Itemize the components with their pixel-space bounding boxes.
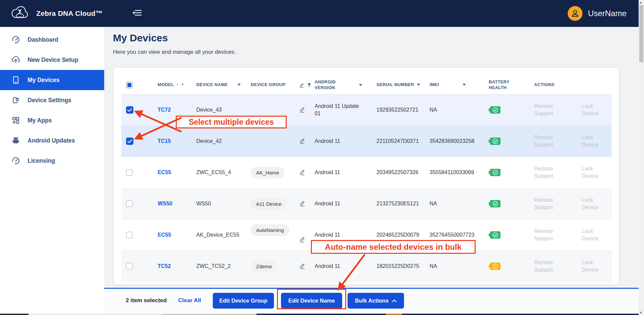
sidebar-item-label: Dashboard — [28, 36, 58, 43]
android-icon — [11, 136, 20, 145]
device-group-pill: A11 Device — [251, 198, 287, 210]
sidebar-item-device-settings[interactable]: Device Settings — [0, 90, 104, 110]
device-name: ZWC_EC55_4 — [184, 157, 249, 188]
sidebar-item-my-apps[interactable]: My Apps — [0, 110, 104, 130]
clear-all-link[interactable]: Clear All — [178, 297, 201, 304]
column-serial-number[interactable]: SERIAL NUMBER — [376, 82, 417, 88]
remote-support-action[interactable]: Remote Support — [534, 165, 563, 180]
remote-support-action[interactable]: Remote Support — [534, 196, 563, 211]
user-avatar[interactable] — [568, 6, 582, 21]
remote-support-action[interactable]: Remote Support — [534, 228, 563, 243]
column-device-group[interactable]: DEVICE GROUP — [251, 82, 285, 88]
remote-support-action[interactable]: Remote Support — [534, 103, 563, 118]
sidebar-item-label: My Apps — [28, 117, 52, 124]
row-checkbox[interactable] — [126, 169, 133, 176]
column-model[interactable]: MODEL — [158, 82, 174, 88]
edit-pencil-icon[interactable] — [299, 137, 306, 144]
edit-pencil-icon[interactable] — [299, 106, 306, 113]
username-label[interactable]: UserName — [588, 9, 627, 18]
lock-device-action[interactable]: Lock Device — [582, 259, 602, 274]
column-android-version[interactable]: ANDROID VERSION — [315, 79, 356, 91]
sidebar-item-label: Licensing — [28, 157, 55, 164]
table-row[interactable]: TC52ZWC_TC52_2ZdemoAndroid 11182015225D0… — [121, 251, 612, 282]
lock-device-action[interactable]: Lock Device — [582, 196, 602, 211]
select-all-checkbox[interactable] — [126, 82, 133, 88]
model-link[interactable]: EC55 — [158, 169, 171, 175]
check-icon — [127, 140, 132, 143]
sort-caret-icon[interactable] — [417, 84, 420, 86]
chevron-up-icon — [392, 299, 397, 302]
edit-device-group-button[interactable]: Edit Device Group — [213, 293, 274, 309]
edit-pencil-icon[interactable] — [299, 263, 306, 269]
filter-funnel-icon[interactable] — [307, 83, 311, 87]
model-link[interactable]: WS50 — [158, 201, 172, 207]
row-checkbox[interactable] — [126, 200, 133, 207]
sort-caret-icon[interactable] — [462, 84, 466, 86]
scroll-up-icon[interactable]: ▲ — [639, 1, 642, 4]
table-row[interactable]: TC15Device_42Android 11221105247D0371354… — [121, 126, 612, 157]
sort-caret-icon[interactable] — [237, 84, 241, 86]
serial-number: 221105247D0371 — [368, 126, 425, 157]
sidebar-item-android-updates[interactable]: Android Updates — [0, 130, 104, 151]
row-checkbox-checked[interactable] — [126, 106, 133, 114]
model-link[interactable]: EC55 — [158, 232, 171, 238]
table-row[interactable]: EC55ZWC_EC55_4AK_HomeAndroid 11203495225… — [121, 157, 612, 188]
license-icon — [11, 157, 20, 165]
lock-device-action[interactable]: Lock Device — [582, 134, 602, 149]
row-checkbox[interactable] — [126, 263, 133, 270]
imei-value: NA — [425, 94, 479, 125]
scroll-down-icon[interactable]: ▼ — [639, 311, 642, 314]
android-version: Android 11 — [311, 157, 368, 188]
battery-good-icon — [489, 168, 502, 176]
sidebar-collapse-icon[interactable] — [132, 9, 142, 18]
topbar: Zebra DNA Cloud™ UserName — [0, 0, 639, 27]
model-link[interactable]: TC52 — [158, 263, 171, 269]
model-link[interactable]: TC72 — [158, 107, 171, 113]
remote-support-action[interactable]: Remote Support — [534, 259, 563, 274]
edit-pencil-icon[interactable] — [299, 200, 306, 206]
battery-good-icon — [489, 137, 502, 145]
android-version: Android 11 — [311, 126, 368, 157]
remote-support-action[interactable]: Remote Support — [534, 134, 563, 149]
apps-grid-icon — [11, 116, 20, 124]
column-actions: ACTIONS — [534, 82, 555, 88]
sort-caret-icon[interactable] — [359, 84, 362, 86]
sidebar-item-dashboard[interactable]: Dashboard — [0, 30, 104, 50]
edit-pencil-icon[interactable] — [299, 169, 306, 175]
device-group-pill: Zdemo — [251, 261, 277, 272]
lock-device-action[interactable]: Lock Device — [582, 228, 602, 243]
bulk-actions-button[interactable]: Bulk Actions — [348, 293, 404, 309]
column-battery-health: BATTERY HEALTH — [489, 79, 527, 91]
device-gear-icon — [11, 96, 20, 104]
edit-pencil-icon[interactable] — [299, 236, 306, 242]
table-row[interactable]: WS50WS50A11 DeviceAndroid 11213275230E51… — [121, 188, 612, 220]
brand-title: Zebra DNA Cloud™ — [36, 9, 103, 17]
device-name: WS50 — [184, 188, 249, 219]
serial-number: 19293522502721 — [368, 94, 425, 125]
edit-column-icon[interactable] — [299, 82, 305, 88]
sidebar-item-my-devices[interactable]: My Devices — [0, 70, 104, 90]
sidebar: Dashboard New Device Setup My Devices De… — [0, 27, 104, 314]
scrollbar-thumb[interactable] — [639, 5, 643, 62]
model-link[interactable]: TC15 — [158, 138, 171, 144]
sidebar-item-licensing[interactable]: Licensing — [0, 151, 104, 171]
column-device-name[interactable]: DEVICE NAME — [196, 82, 228, 88]
sidebar-item-new-device-setup[interactable]: New Device Setup — [0, 50, 104, 70]
battery-warning-icon — [489, 262, 502, 270]
column-imei[interactable]: IMEI — [430, 82, 439, 88]
vertical-scrollbar[interactable]: ▲ ▼ — [639, 0, 644, 315]
sidebar-item-label: New Device Setup — [28, 56, 78, 64]
lock-device-action[interactable]: Lock Device — [582, 103, 602, 118]
device-group-pill: AK_Home — [251, 167, 284, 179]
device-name: Device_42 — [184, 126, 249, 157]
page-subtitle: Here you can view and manage all your de… — [113, 49, 236, 55]
serial-number: 182015225D0275 — [368, 251, 425, 282]
row-checkbox-checked[interactable] — [126, 137, 133, 145]
lock-device-action[interactable]: Lock Device — [582, 165, 602, 180]
bottom-edge-strip — [0, 314, 644, 315]
selection-count: 2 item selected — [126, 297, 167, 304]
gauge-icon — [11, 36, 20, 44]
row-checkbox[interactable] — [126, 232, 133, 238]
android-version: Android 11 — [311, 188, 368, 219]
sort-caret-icon[interactable] — [176, 84, 178, 86]
